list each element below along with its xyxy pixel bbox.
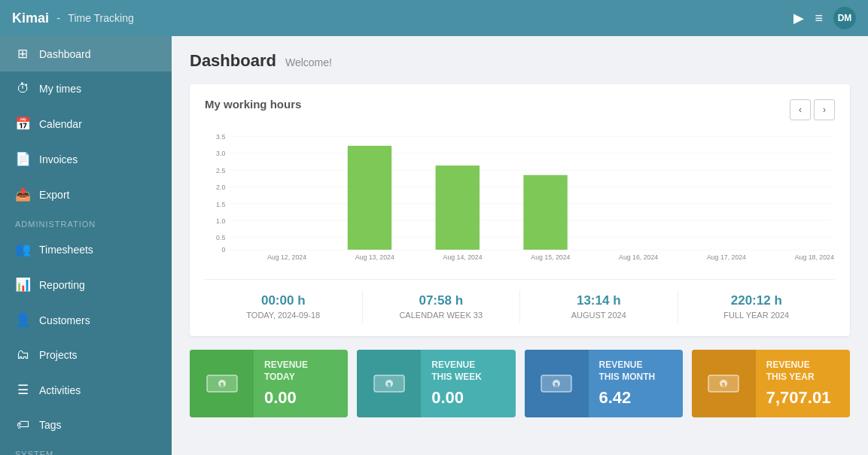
chart-container: 3.5 3.0 2.5 2.0 1.5 1.0 0.5 0 — [205, 121, 835, 271]
revenue-label-today: REVENUETODAY — [264, 359, 308, 383]
sidebar-item-calendar[interactable]: 📅 Calendar — [0, 106, 172, 141]
stats-row: 00:00 h TODAY, 2024-09-18 07:58 h CALEND… — [205, 279, 835, 323]
app-subtitle: Time Tracking — [68, 12, 133, 24]
sidebar-item-reporting[interactable]: 📊 Reporting — [0, 267, 172, 302]
stat-value-month: 13:14 h — [528, 293, 670, 308]
sidebar-label-timesheets: Timesheets — [39, 244, 93, 256]
reporting-icon: 📊 — [15, 277, 30, 293]
export-icon: 📤 — [15, 187, 30, 202]
svg-text:$: $ — [555, 381, 559, 388]
svg-text:Aug 14, 2024: Aug 14, 2024 — [443, 253, 483, 261]
svg-text:$: $ — [220, 381, 224, 388]
stat-label-week: CALENDAR WEEK 33 — [370, 311, 513, 320]
revenue-label-year: REVENUETHIS YEAR — [766, 359, 831, 383]
sidebar-item-my-times[interactable]: ⏱ My times — [0, 71, 172, 106]
app-logo: Kimai — [12, 11, 49, 26]
customers-icon: 👤 — [15, 312, 30, 328]
page-welcome: Welcome! — [285, 56, 332, 68]
revenue-row: $ REVENUETODAY 0.00 $ — [190, 350, 850, 417]
stat-value-today: 00:00 h — [212, 293, 355, 308]
system-section-label: System — [0, 442, 172, 455]
sidebar-label-dashboard: Dashboard — [39, 48, 91, 60]
dashboard-icon: ⊞ — [15, 46, 30, 62]
stat-label-year: FULL YEAR 2024 — [686, 311, 828, 320]
svg-text:1.0: 1.0 — [216, 217, 225, 225]
stat-value-week: 07:58 h — [370, 293, 513, 308]
projects-icon: 🗂 — [15, 347, 30, 362]
header-right: ▶ ≡ DM — [793, 7, 856, 29]
bar-aug15 — [523, 175, 567, 250]
revenue-value-today: 0.00 — [264, 388, 308, 408]
chart-next-button[interactable]: › — [814, 99, 835, 120]
working-hours-title: My working hours — [205, 98, 301, 111]
svg-text:Aug 15, 2024: Aug 15, 2024 — [531, 253, 570, 261]
svg-text:2.5: 2.5 — [216, 167, 225, 174]
svg-text:$: $ — [722, 381, 726, 388]
stat-value-year: 220:12 h — [686, 293, 828, 308]
svg-text:Aug 16, 2024: Aug 16, 2024 — [619, 253, 658, 261]
svg-text:Aug 13, 2024: Aug 13, 2024 — [355, 253, 394, 261]
invoice-icon: 📄 — [15, 151, 30, 167]
stat-today: 00:00 h TODAY, 2024-09-18 — [205, 290, 363, 323]
sidebar-label-invoices: Invoices — [39, 153, 78, 165]
stat-label-month: AUGUST 2024 — [528, 311, 670, 320]
tags-icon: 🏷 — [15, 417, 30, 432]
sidebar-item-tags[interactable]: 🏷 Tags — [0, 408, 172, 442]
svg-text:2.0: 2.0 — [216, 184, 225, 191]
clock-icon: ⏱ — [15, 81, 30, 96]
working-hours-header: My working hours ‹ › — [205, 98, 835, 121]
revenue-value-week: 0.00 — [431, 388, 482, 408]
sidebar-label-reporting: Reporting — [39, 279, 85, 291]
header-separator: - — [56, 11, 60, 25]
sidebar-label-tags: Tags — [39, 419, 62, 431]
revenue-icon-month: $ — [525, 350, 589, 417]
svg-text:3.5: 3.5 — [216, 133, 225, 141]
activities-icon: ☰ — [15, 382, 30, 398]
money-icon-month: $ — [540, 372, 573, 395]
svg-text:Aug 17, 2024: Aug 17, 2024 — [707, 253, 746, 261]
sidebar-item-activities[interactable]: ☰ Activities — [0, 372, 172, 408]
money-icon-today: $ — [206, 372, 239, 395]
stat-year: 220:12 h FULL YEAR 2024 — [678, 290, 836, 323]
bar-aug13 — [348, 146, 391, 250]
avatar[interactable]: DM — [833, 7, 856, 29]
revenue-card-today: $ REVENUETODAY 0.00 — [190, 350, 348, 417]
bar-chart: 3.5 3.0 2.5 2.0 1.5 1.0 0.5 0 — [205, 121, 835, 271]
sidebar-label-export: Export — [39, 189, 69, 201]
sidebar-item-timesheets[interactable]: 👥 Timesheets — [0, 232, 172, 267]
revenue-value-month: 6.42 — [599, 388, 656, 408]
page-header: Dashboard Welcome! — [190, 51, 850, 71]
svg-text:0.5: 0.5 — [216, 234, 225, 241]
list-icon[interactable]: ≡ — [815, 11, 823, 26]
sidebar-item-invoices[interactable]: 📄 Invoices — [0, 141, 172, 177]
svg-text:0: 0 — [221, 246, 225, 253]
stat-label-today: TODAY, 2024-09-18 — [212, 311, 355, 320]
sidebar-label-my-times: My times — [39, 83, 81, 95]
main-content: Dashboard Welcome! My working hours ‹ › … — [172, 36, 868, 455]
sidebar-item-customers[interactable]: 👤 Customers — [0, 302, 172, 338]
play-icon[interactable]: ▶ — [793, 10, 804, 26]
revenue-info-today: REVENUETODAY 0.00 — [254, 350, 318, 416]
revenue-card-year: $ REVENUETHIS YEAR 7,707.01 — [692, 350, 850, 417]
revenue-icon-year: $ — [692, 350, 756, 417]
sidebar-item-projects[interactable]: 🗂 Projects — [0, 338, 172, 372]
svg-text:1.5: 1.5 — [216, 201, 225, 208]
main-layout: ⊞ Dashboard ⏱ My times 📅 Calendar 📄 Invo… — [0, 36, 868, 455]
timesheets-icon: 👥 — [15, 241, 30, 257]
money-icon-year: $ — [707, 372, 740, 395]
app-header: Kimai - Time Tracking ▶ ≡ DM — [0, 0, 868, 36]
revenue-label-month: REVENUETHIS MONTH — [599, 359, 656, 383]
bar-aug14 — [436, 165, 480, 250]
stat-week: 07:58 h CALENDAR WEEK 33 — [363, 290, 521, 323]
revenue-info-week: REVENUETHIS WEEK 0.00 — [421, 350, 492, 416]
revenue-card-week: $ REVENUETHIS WEEK 0.00 — [357, 350, 515, 417]
working-hours-card: My working hours ‹ › 3.5 3.0 2.5 2.0 1.5… — [190, 84, 850, 336]
revenue-info-year: REVENUETHIS YEAR 7,707.01 — [756, 350, 842, 416]
sidebar-item-export[interactable]: 📤 Export — [0, 177, 172, 212]
stat-month: 13:14 h AUGUST 2024 — [520, 290, 678, 323]
header-left: Kimai - Time Tracking — [12, 11, 134, 26]
chart-prev-button[interactable]: ‹ — [790, 99, 811, 120]
revenue-info-month: REVENUETHIS MONTH 6.42 — [589, 350, 666, 416]
page-title: Dashboard — [190, 51, 276, 71]
sidebar-item-dashboard[interactable]: ⊞ Dashboard — [0, 36, 172, 71]
